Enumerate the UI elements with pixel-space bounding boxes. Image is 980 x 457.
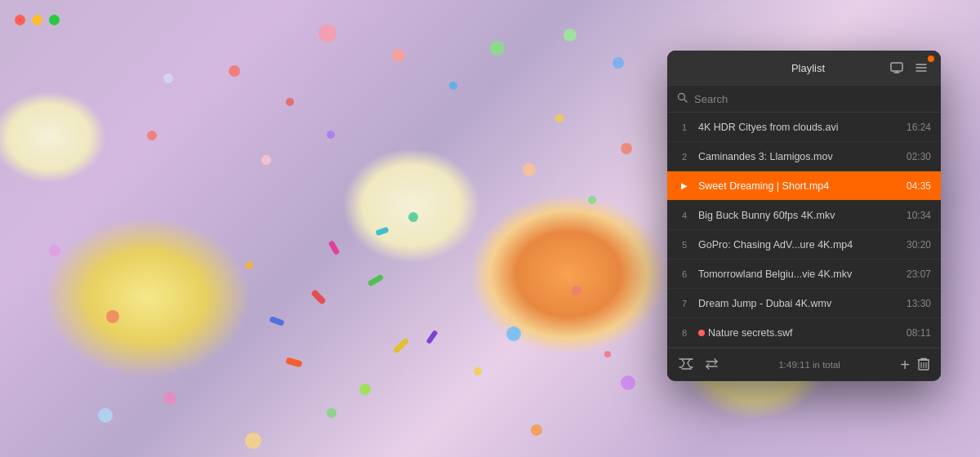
screen-icon-button[interactable] [889,60,905,75]
playlist-item[interactable]: 1 4K HDR Cityes from clouds.avi 16:24 [667,113,941,142]
header-icons [889,60,929,75]
item-name: Big Buck Bunny 60fps 4K.mkv [698,210,898,221]
playlist-item[interactable]: 6 Tomorrowland Belgiu...vie 4K.mkv 23:07 [667,260,941,289]
item-name: GoPro: Chasing AdV...ure 4K.mp4 [698,239,898,251]
playlist-item[interactable]: 4 Big Buck Bunny 60fps 4K.mkv 10:34 [667,201,941,230]
svg-rect-0 [891,63,902,71]
item-name: Dream Jump - Dubai 4K.wmv [698,298,898,309]
item-duration: 10:34 [906,210,931,221]
item-duration: 08:11 [906,327,931,339]
item-name: Nature secrets.swf [708,327,898,339]
item-name: 4K HDR Cityes from clouds.avi [698,122,898,133]
menu-icon-button[interactable] [913,60,929,75]
play-icon: ▶ [677,181,692,190]
footer-right: + [900,357,929,373]
playlist-panel: Playlist [667,51,941,381]
playlist-items: 1 4K HDR Cityes from clouds.avi 16:24 2 … [667,113,941,348]
panel-title: Playlist [728,62,889,74]
item-number: 6 [677,269,692,279]
maximize-button[interactable] [49,15,60,25]
playlist-item[interactable]: 5 GoPro: Chasing AdV...ure 4K.mp4 30:20 [667,230,941,260]
item-name: Tomorrowland Belgiu...vie 4K.mkv [698,268,898,280]
repeat-button[interactable] [705,358,719,372]
item-duration: 13:30 [906,298,931,309]
item-name: Sweet Dreaming | Short.mp4 [698,180,898,192]
menu-icon [915,62,928,73]
item-name: Caminandes 3: Llamigos.mov [698,151,898,162]
item-number: 1 [677,122,692,132]
menu-badge-container [913,60,929,75]
item-duration: 30:20 [906,239,931,251]
delete-button[interactable] [918,357,929,373]
playlist-item[interactable]: 7 Dream Jump - Dubai 4K.wmv 13:30 [667,289,941,318]
item-duration: 02:30 [906,151,931,162]
shuffle-button[interactable] [679,358,693,372]
item-number: 7 [677,299,692,308]
panel-header: Playlist [667,51,941,86]
item-status-dot [698,330,705,336]
footer-total: 1:49:11 in total [719,360,900,370]
item-number: 8 [677,328,692,338]
close-button[interactable] [15,15,25,25]
add-button[interactable]: + [900,357,910,373]
item-number: 5 [677,240,692,250]
screen-icon [890,62,903,73]
item-duration: 16:24 [906,122,931,133]
playlist-item[interactable]: 8 Nature secrets.swf 08:11 [667,318,941,348]
window-chrome [15,15,60,25]
item-number: 4 [677,211,692,220]
item-duration: 04:35 [906,180,931,192]
footer-left [679,358,719,372]
item-duration: 23:07 [906,268,931,280]
search-input[interactable] [694,93,931,105]
search-icon [677,92,688,105]
playlist-item[interactable]: ▶ Sweet Dreaming | Short.mp4 04:35 [667,171,941,201]
panel-footer: 1:49:11 in total + [667,348,941,381]
item-number: 2 [677,152,692,162]
search-bar [667,86,941,113]
svg-line-7 [684,100,688,103]
minimize-button[interactable] [32,15,42,25]
playlist-item[interactable]: 2 Caminandes 3: Llamigos.mov 02:30 [667,142,941,171]
notification-badge [928,55,934,62]
